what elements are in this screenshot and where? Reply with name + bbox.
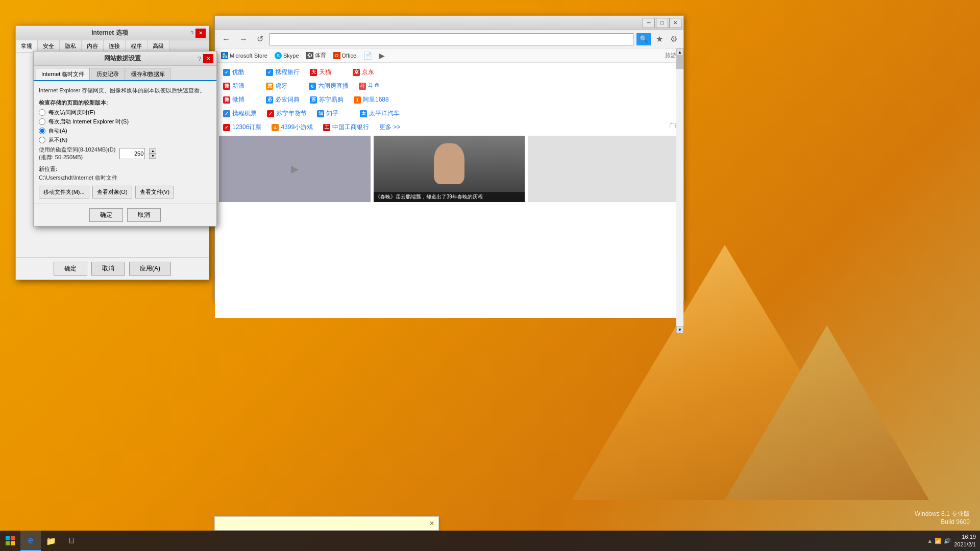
person-face	[434, 143, 464, 184]
content-image-3[interactable]	[528, 136, 679, 202]
bookmark-skype[interactable]: S Skype	[273, 51, 301, 60]
internet-options-close-button[interactable]: ✕	[195, 29, 206, 38]
browser-forward-button[interactable]: →	[236, 34, 251, 45]
tab-temp-files[interactable]: Internet 临时文件	[36, 68, 90, 80]
link-12306[interactable]: ✓ 12306订票	[219, 122, 265, 133]
browser-back-button[interactable]: ←	[219, 34, 233, 45]
view-files-button[interactable]: 查看文件(V)	[135, 186, 175, 198]
scrollbar-thumb[interactable]	[676, 63, 683, 69]
search-button[interactable]: 🔍	[636, 33, 651, 45]
link-suning[interactable]: 苏 苏宁易购	[306, 94, 348, 105]
website-description: Internet Explorer 存储网页、图像和媒体的副本以便以后快速查看。	[39, 86, 211, 95]
bookmark-sports[interactable]: ⚽ 体育	[304, 51, 328, 60]
search-icon: 🔍	[640, 35, 648, 43]
taskbar-explorer-icon[interactable]: 📁	[41, 531, 61, 551]
taskbar-ie-icon[interactable]: e	[20, 531, 41, 551]
website-data-tabs: Internet 临时文件 历史记录 缓存和数据库	[34, 66, 216, 81]
bookmark-more[interactable]: 📄	[361, 51, 374, 61]
browser-main: ✓ 优酷 ✓ 携程旅行 天 天猫 京 京东 微	[215, 63, 683, 285]
link-huya[interactable]: 虎 虎牙	[262, 81, 303, 91]
link-weibo[interactable]: 微 微博	[219, 94, 260, 105]
radio-every-visit-input[interactable]	[39, 109, 45, 116]
browser-minimize-button[interactable]: ─	[643, 18, 655, 28]
link-sina-icon: 微	[223, 83, 230, 90]
view-objects-button[interactable]: 查看对象(O)	[92, 186, 132, 198]
link-suning-festival[interactable]: ✓ 苏宁年货节	[263, 108, 311, 119]
taskbar-icons: e 📁 🖥	[20, 531, 82, 551]
content-image-1[interactable]: ▶	[219, 136, 371, 202]
taskbar-clock[interactable]: 16:19 2021/2/1	[954, 533, 976, 549]
website-data-confirm-button[interactable]: 确定	[89, 208, 123, 222]
bookmark-bar: 🏪 Microsoft Store S Skype ⚽ 体育 O Office …	[215, 48, 683, 63]
link-autohome[interactable]: 太 太平洋汽车	[356, 108, 404, 119]
radio-auto-label: 自动(A)	[48, 127, 67, 135]
link-1688[interactable]: 1 阿里1688	[350, 94, 393, 105]
radio-never-input[interactable]	[39, 137, 45, 143]
spinner-up-button[interactable]: ▲	[149, 148, 156, 154]
radio-auto-input[interactable]	[39, 128, 45, 134]
link-icbc[interactable]: 工 中国工商银行	[319, 122, 373, 133]
link-jd[interactable]: 京 京东	[349, 67, 389, 78]
browser-maximize-button[interactable]: □	[656, 18, 668, 28]
bookmark-office-icon: O	[333, 52, 340, 59]
bookmark-microsoft-store[interactable]: 🏪 Microsoft Store	[219, 51, 270, 60]
windows-logo-icon	[5, 536, 15, 546]
internet-options-cancel-button[interactable]: 取消	[91, 262, 125, 276]
website-data-help-button[interactable]: ?	[198, 56, 201, 62]
bookmark-arrow-right[interactable]: ▶	[379, 52, 385, 60]
bookmark-sports-icon: ⚽	[306, 52, 313, 59]
link-suningfest-icon: ✓	[267, 110, 274, 117]
link-tmall[interactable]: 天 天猫	[306, 67, 347, 78]
link-suning-icon: 苏	[310, 96, 317, 104]
link-youku-icon: ✓	[223, 69, 230, 76]
website-data-close-button[interactable]: ✕	[203, 54, 213, 63]
internet-options-apply-button[interactable]: 应用(A)	[129, 262, 171, 276]
link-4399[interactable]: 4 4399小游戏	[267, 122, 317, 133]
move-folder-button[interactable]: 移动文件夹(M)...	[39, 186, 89, 198]
link-zhihu[interactable]: 知 知乎	[313, 108, 354, 119]
favorites-button[interactable]: ★	[654, 34, 665, 44]
link-tmall-icon: 天	[310, 69, 317, 76]
taskbar-time: 16:19	[954, 533, 976, 541]
link-4399-icon: 4	[272, 124, 279, 131]
link-ctrip-flight[interactable]: ✓ 携程机票	[219, 108, 261, 119]
browser-titlebar: ─ □ ✕	[215, 16, 683, 30]
radio-every-start-label: 每次启动 Internet Explorer 时(S)	[48, 118, 129, 126]
taskbar-app3-icon[interactable]: 🖥	[61, 531, 82, 551]
scrollbar-track[interactable]: ▲ ▼	[676, 63, 683, 318]
internet-options-confirm-button[interactable]: 确定	[54, 262, 87, 276]
taskbar-hide-icons-button[interactable]: ▲	[927, 538, 933, 544]
browser-refresh-button[interactable]: ↺	[254, 33, 266, 45]
internet-options-footer: 确定 取消 应用(A)	[16, 257, 209, 280]
spinner-down-button[interactable]: ▼	[149, 154, 156, 159]
link-12306-icon: ✓	[223, 124, 230, 131]
svg-rect-1	[11, 536, 15, 540]
link-jd-icon: 京	[353, 69, 360, 76]
link-douyu[interactable]: 斗 斗鱼	[355, 81, 396, 91]
tab-cache-db[interactable]: 缓存和数据库	[126, 68, 170, 80]
browser-close-button[interactable]: ✕	[669, 18, 681, 28]
disk-space-input[interactable]	[119, 148, 145, 159]
radio-every-start: 每次启动 Internet Explorer 时(S)	[39, 118, 211, 126]
website-data-dialog: 网站数据设置 ? ✕ Internet 临时文件 历史记录 缓存和数据库 Int…	[33, 51, 217, 227]
website-data-cancel-button[interactable]: 取消	[127, 208, 161, 222]
link-youku[interactable]: ✓ 优酷	[219, 67, 260, 78]
notification-close-button[interactable]: ✕	[429, 520, 434, 527]
radio-every-start-input[interactable]	[39, 118, 45, 125]
content-image-2[interactable]: 《春晚》岳云鹏端瓢，却道出了39年春晚的历程	[374, 136, 525, 202]
link-6live[interactable]: 6 六闸房直播	[305, 81, 353, 91]
windows-info: Windows 8.1 专业版 Build 9600	[915, 510, 970, 525]
location-row: 新位置: C:\Users\zhdt\Internet 临时文件	[39, 165, 211, 182]
link-ctrip[interactable]: ✓ 携程旅行	[262, 67, 304, 78]
start-button[interactable]	[0, 531, 20, 551]
link-sina[interactable]: 微 新浪	[219, 81, 260, 91]
sound-icon[interactable]: 🔊	[944, 538, 951, 544]
internet-options-help-button[interactable]: ?	[190, 30, 193, 36]
tools-button[interactable]: ⚙	[668, 34, 679, 44]
link-bing-dict[interactable]: 必 必应词典	[262, 94, 304, 105]
bookmark-office[interactable]: O Office	[331, 51, 359, 60]
link-more[interactable]: 更多 >>	[375, 122, 416, 133]
address-bar[interactable]	[270, 33, 633, 45]
windows-version: Windows 8.1 专业版	[915, 510, 970, 518]
tab-history[interactable]: 历史记录	[91, 68, 125, 80]
